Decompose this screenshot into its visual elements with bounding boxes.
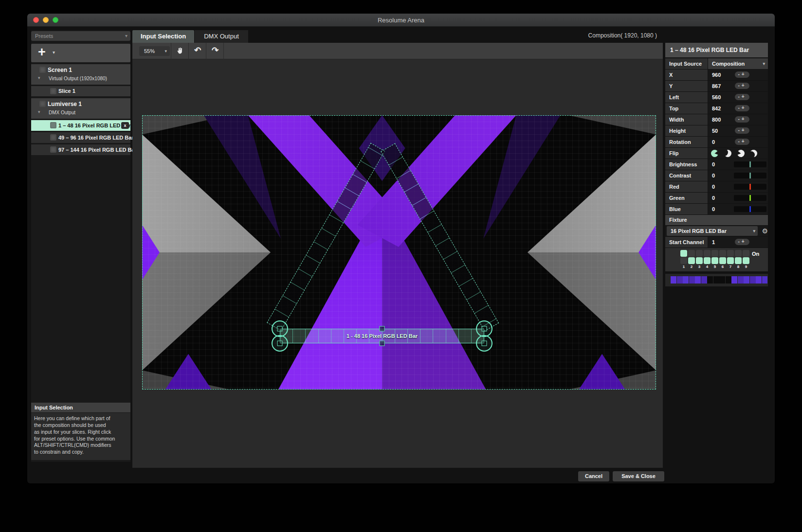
undo-button[interactable]: ↶ [189,43,206,59]
cancel-button[interactable]: Cancel [578,471,609,481]
blue-slider[interactable] [734,206,766,212]
sidebar-item-fixture-97-144[interactable]: 97 – 144 16 Pixel RGB LED Bar [31,144,130,155]
slider-marker[interactable] [749,206,751,212]
sidebar-item-slice-1[interactable]: Slice 1 [31,86,130,96]
channel-column[interactable]: 8 [735,250,742,269]
x-value-field[interactable]: 960 -+ [708,70,768,80]
fixture-1-48-checkbox[interactable] [50,122,56,128]
collapse-triangle-icon[interactable]: ▾ [38,109,40,114]
channel-column[interactable]: 9 [743,250,749,269]
minus-icon[interactable]: - [738,83,741,88]
plus-icon[interactable]: + [742,94,747,99]
save-and-close-button[interactable]: Save & Close [613,471,664,481]
x-value: 960 [712,72,721,78]
slice-handle-bottom-middle[interactable] [380,341,385,346]
red-slider[interactable] [734,184,766,190]
slice-handle-top-left[interactable] [272,320,288,337]
slice-handle-bottom-left[interactable] [272,335,288,352]
tab-input-selection[interactable]: Input Selection [132,30,194,43]
title-bar[interactable]: Resolume Arena [27,14,775,27]
slice-handle-top-middle[interactable] [380,326,385,332]
slider-marker[interactable] [749,184,751,190]
screen-1-label: Screen 1 [48,67,72,73]
minus-icon[interactable]: - [738,71,741,77]
brightness-label: Brightness [665,159,708,170]
rotation-value-field[interactable]: 0 -+ [708,137,768,147]
fixture-49-96-checkbox[interactable] [50,134,56,141]
fixture-97-144-label: 97 – 144 16 Pixel RGB LED Bar [58,144,137,155]
minus-icon[interactable]: - [738,116,741,122]
plus-icon[interactable]: + [742,239,747,244]
input-source-label: Input Source [665,58,708,69]
lumiverse-1-checkbox[interactable] [39,101,46,107]
remove-fixture-button[interactable]: x [121,122,129,129]
slider-marker[interactable] [749,195,751,201]
top-value-field[interactable]: 842 -+ [708,103,768,114]
add-button[interactable]: + ▾ [31,44,130,62]
channel-column[interactable]: 3 [696,250,703,269]
contrast-slider[interactable] [734,173,766,178]
minus-icon[interactable]: - [738,239,741,244]
green-slider[interactable] [734,195,766,201]
brightness-slider[interactable] [734,161,766,167]
slider-marker[interactable] [749,161,751,167]
flip-horizontal-icon[interactable] [724,150,731,157]
minus-icon[interactable]: - [738,94,741,99]
plus-icon[interactable]: + [742,71,747,77]
minus-icon[interactable]: - [738,127,741,133]
flip-vertical-icon[interactable] [737,150,745,157]
redo-button[interactable]: ↷ [206,43,224,59]
channel-column[interactable]: 1 [680,250,687,269]
screen-1-checkbox[interactable] [39,67,46,73]
tab-dmx-output[interactable]: DMX Output [195,30,248,43]
y-stepper[interactable]: -+ [735,83,749,89]
slider-marker[interactable] [749,173,751,178]
zoom-level-dropdown[interactable]: 55% ▾ [139,46,170,56]
plus-icon[interactable]: + [742,83,747,88]
plus-icon[interactable]: + [742,105,747,110]
channel-column[interactable]: 2 [688,250,695,269]
flip-both-icon[interactable] [750,150,757,157]
left-stepper[interactable]: -+ [735,94,749,100]
width-value-field[interactable]: 800 -+ [708,114,768,125]
composition-preview[interactable]: 1 - 48 16 Pixel RGB LED Bar [142,115,656,390]
preview-canvas[interactable]: 1 - 48 16 Pixel RGB LED Bar [132,59,663,468]
sidebar-item-lumiverse-1[interactable]: Lumiverse 1 ▾ DMX Output [31,98,130,119]
collapse-triangle-icon[interactable]: ▾ [38,75,40,80]
input-source-dropdown[interactable]: Composition ▾ [708,58,768,69]
plus-icon[interactable]: + [742,127,747,133]
sidebar-item-fixture-49-96[interactable]: 49 – 96 16 Pixel RGB LED Bar [31,132,130,143]
height-stepper[interactable]: -+ [735,127,749,134]
sidebar-item-screen-1[interactable]: Screen 1 ▾ Virtual Output (1920x1080) [31,64,130,85]
fixture-dropdown[interactable]: 16 Pixel RGB LED Bar ▾ [667,226,758,236]
left-value-field[interactable]: 560 -+ [708,92,768,103]
start-channel-stepper[interactable]: -+ [735,239,749,245]
channel-column[interactable]: 5 [711,250,718,269]
channel-column[interactable]: 4 [704,250,711,269]
presets-dropdown[interactable]: Presets ▾ [31,31,130,41]
channel-column[interactable]: 6 [719,250,726,269]
slice-handle-top-right[interactable] [476,320,492,337]
height-value-field[interactable]: 50 -+ [708,125,768,136]
pan-tool-button[interactable] [171,43,189,59]
start-channel-field[interactable]: 1 -+ [708,237,768,248]
flip-none-icon[interactable] [711,150,718,157]
top-label: Top [665,103,708,114]
plus-icon[interactable]: + [742,116,747,122]
plus-icon[interactable]: + [742,139,747,144]
minus-icon[interactable]: - [738,105,741,110]
rotation-stepper[interactable]: -+ [735,139,749,145]
gear-icon[interactable]: ⚙ [762,227,768,235]
minus-icon[interactable]: - [738,139,741,144]
brightness-field: 0 [708,159,768,170]
fixture-97-144-checkbox[interactable] [50,146,56,153]
sidebar-item-fixture-1-48[interactable]: 1 – 48 16 Pixel RGB LED Bar x [31,120,130,131]
x-stepper[interactable]: -+ [735,71,749,78]
width-stepper[interactable]: -+ [735,116,749,123]
pixel-cell [762,276,767,284]
y-value-field[interactable]: 867 -+ [708,81,768,91]
slice-handle-bottom-right[interactable] [476,335,492,352]
slice-1-checkbox[interactable] [50,88,56,94]
channel-column[interactable]: 7 [727,250,734,269]
top-stepper[interactable]: -+ [735,105,749,111]
